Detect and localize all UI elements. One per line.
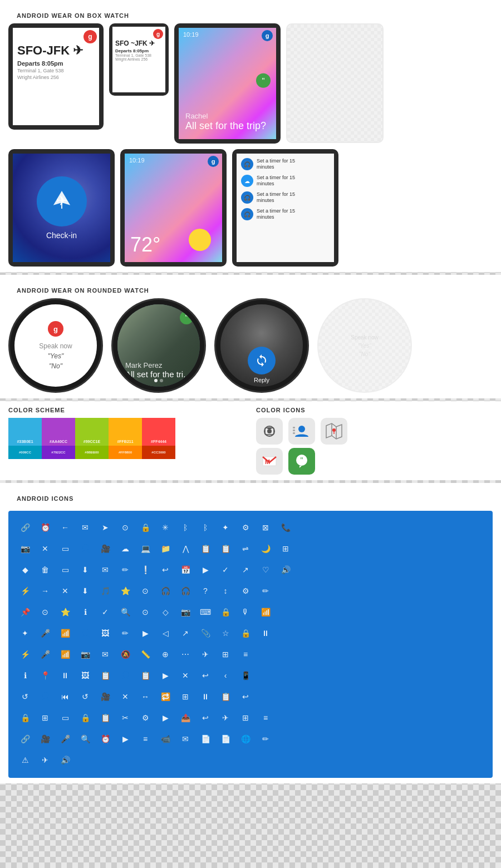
svg-rect-6 bbox=[293, 427, 295, 428]
watch-frame-reply: Reply bbox=[214, 298, 309, 393]
icon-magnify: 🔍 bbox=[75, 729, 95, 749]
icon-send: ➤ bbox=[95, 517, 115, 537]
icon-asterisk: ✳ bbox=[155, 517, 175, 537]
icon-square: ⊞ bbox=[35, 708, 55, 728]
icon-star2: ⭐ bbox=[55, 602, 75, 622]
icon-circle-o: ⊙ bbox=[135, 581, 155, 601]
icon-list2: ≡ bbox=[256, 708, 276, 728]
icon-plane: ✈ bbox=[195, 644, 215, 664]
icons-row-8: ℹ 📍 ⏸ 🖼 📋 👤 📋 ▶ ✕ ↩ ‹ 📱 bbox=[15, 665, 486, 685]
flight-airline-lg: Wright Airlines 256 bbox=[17, 75, 95, 80]
timer-icon-1: 🎧 bbox=[241, 158, 253, 170]
swatch-top-3: #99CC1E bbox=[75, 418, 109, 446]
icon-email: ✉ bbox=[175, 729, 195, 749]
color-icons-label: COLOR ICONS bbox=[256, 407, 493, 418]
reply-screen: Reply bbox=[220, 304, 303, 387]
svg-rect-7 bbox=[293, 430, 295, 431]
icon-share: 📤 bbox=[175, 708, 195, 728]
icon-lock5: 🔒 bbox=[75, 708, 95, 728]
icon-edit: ✏ bbox=[256, 581, 276, 601]
icons-row-3: ◆ 🗑 ▭ ⬇ ✉ ✏ ❕ ↩ 📅 ▶ ✓ ↗ ♡ 🔊 bbox=[15, 560, 486, 580]
icon-bolt: ⚡ bbox=[15, 581, 35, 601]
swatch-label-top-1: #33B0E1 bbox=[17, 440, 33, 443]
swatch-bottom-1: #009CC bbox=[8, 446, 42, 459]
icon-grid4: ⊞ bbox=[235, 708, 256, 728]
color-icons-grid: M " bbox=[256, 418, 493, 475]
icon-headphone2: 🎧 bbox=[175, 581, 195, 601]
voice-bg: g Speak now "Yes" "No" bbox=[14, 304, 97, 387]
quote-badge: " bbox=[256, 73, 271, 88]
icon-cut: ✂ bbox=[115, 708, 135, 728]
flight-airline-sm: Wright Airlines 256 bbox=[115, 57, 163, 61]
mark-name: Mark Perez bbox=[125, 361, 192, 369]
icon-grid3: ⊞ bbox=[175, 687, 195, 707]
icon-person2: 👤 bbox=[75, 623, 95, 643]
icon-sparkle: ✦ bbox=[15, 623, 35, 643]
icon-question: ? bbox=[195, 581, 215, 601]
icon-rect: ▭ bbox=[55, 708, 75, 728]
icon-copy: 📋 bbox=[215, 687, 235, 707]
icon-close: ✕ bbox=[35, 539, 55, 559]
box-watch-section: ANDROID WEAR ON BOX WATCH g SFO-JFK ✈ De… bbox=[0, 0, 501, 272]
icon-bt: ᛒ bbox=[175, 517, 195, 537]
dot-2 bbox=[160, 379, 163, 382]
gmail-icon-item: M bbox=[256, 448, 283, 475]
reply-button[interactable] bbox=[248, 347, 276, 374]
icon-plus: ⊕ bbox=[155, 644, 175, 664]
google-badge-sm: g bbox=[153, 29, 163, 39]
icon-bars: 📶 bbox=[55, 644, 75, 664]
icon-more: ⋯ bbox=[175, 644, 195, 664]
icon-refresh: ↺ bbox=[15, 687, 35, 707]
contacts-icon-item bbox=[288, 418, 315, 445]
swatch-label-bottom-5: #CC3000 bbox=[151, 451, 165, 454]
icon-video: 🎥 bbox=[95, 539, 115, 559]
rachel-message-screen: 10:19 g " Rachel All set for the trip? bbox=[179, 28, 276, 139]
icons-row-12: ⚠ ✈ 🔊 bbox=[15, 750, 486, 770]
watch-frame-flight-lg: g SFO-JFK ✈ Departs 8:05pm Terminal 1, G… bbox=[8, 23, 104, 130]
icon-diamond: ◆ bbox=[15, 560, 35, 580]
watch-frame-checkin: ✈ Check-in bbox=[8, 149, 115, 267]
icon-diag: ↗ bbox=[235, 560, 256, 580]
icons-row-1: 🔗 ⏰ ← ✉ ➤ ⊙ 🔒 ✳ ᛒ ᛒ ✦ ⚙ ⊠ 📞 bbox=[15, 517, 486, 537]
icons-row-11: 🔗 🎥 🎤 🔍 ⏰ ▶ ≡ 📹 ✉ 📄 📄 🌐 ✏ bbox=[15, 729, 486, 749]
icons-row-5: 📌 ⊙ ⭐ ℹ ✓ 🔍 ⊙ ◇ 📷 ⌨ 🔒 🎙 📶 bbox=[15, 602, 486, 622]
icon-page2: 📄 bbox=[215, 729, 235, 749]
flight-route-sm: SFO ~JFK ✈ bbox=[115, 40, 163, 47]
icon-attach: 📎 bbox=[195, 623, 215, 643]
icon-pause3: ⏸ bbox=[195, 687, 215, 707]
flight-departs-lg: Departs 8:05pm bbox=[17, 60, 95, 67]
icon-i: ℹ bbox=[15, 665, 35, 685]
flight-route-lg: SFO-JFK ✈ bbox=[17, 43, 95, 58]
icon-cog: ⚙ bbox=[135, 708, 155, 728]
timer-screen: 🎧 Set a timer for 15minutes ☁ Set a time… bbox=[237, 154, 334, 262]
google-badge: g bbox=[84, 30, 97, 43]
watch-frame-weather: 10:19 g 72° bbox=[120, 149, 227, 267]
icon-headphone: 🎧 bbox=[155, 581, 175, 601]
icon-updown: ↕ bbox=[215, 581, 235, 601]
icon-img: 🖼 bbox=[75, 665, 95, 685]
ghost-no: "No" bbox=[359, 351, 370, 357]
icon-pencil: ✏ bbox=[115, 560, 135, 580]
swatch-bottom-5: #CC3000 bbox=[142, 446, 175, 459]
swatch-col-1: #33B0E1 #009CC bbox=[8, 418, 42, 459]
camera-svg bbox=[259, 421, 279, 441]
icon-list: ≡ bbox=[235, 644, 256, 664]
icon-checkmark: ✓ bbox=[95, 602, 115, 622]
rounded-watch-row: g Speak now "Yes" "No" " Mark Perez All … bbox=[8, 298, 493, 393]
ghost-speak-now: Speak now bbox=[351, 334, 378, 341]
weather-sun-icon bbox=[189, 229, 211, 251]
swatch-col-2: #AA40CC #7922CC bbox=[42, 418, 75, 459]
icon-plane2: ✈ bbox=[215, 708, 235, 728]
contacts-svg bbox=[292, 421, 312, 441]
flight-card-lg: g SFO-JFK ✈ Departs 8:05pm Terminal 1, G… bbox=[13, 28, 99, 125]
icon-play5: ▶ bbox=[115, 729, 135, 749]
swatch-bottom-4: #FF8800 bbox=[109, 446, 142, 459]
dot-1 bbox=[154, 379, 158, 382]
color-icons-section: COLOR ICONS bbox=[256, 407, 493, 475]
icon-pencil2: ✏ bbox=[256, 729, 276, 749]
ghost-yes: "Yes" bbox=[358, 343, 371, 349]
weather-screen: 10:19 g 72° bbox=[125, 154, 222, 262]
swatch-label-top-2: #AA40CC bbox=[50, 440, 67, 443]
icon-mic4: 🎤 bbox=[55, 729, 75, 749]
timer-icon-3: 🎧 bbox=[241, 191, 253, 204]
